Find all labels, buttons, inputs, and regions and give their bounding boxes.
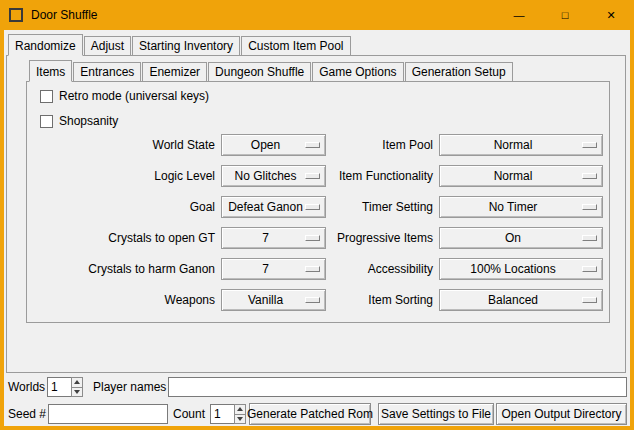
item-pool-value: Normal bbox=[494, 138, 533, 152]
door-shuffle-window: Door Shuffle — □ ✕ Randomize Adjust Star… bbox=[0, 0, 634, 430]
item-sorting-dropdown[interactable]: Balanced bbox=[439, 289, 603, 311]
logic-level-label: Logic Level bbox=[27, 165, 215, 187]
progressive-items-dropdown[interactable]: On bbox=[439, 227, 603, 249]
accessibility-label: Accessibility bbox=[247, 258, 433, 280]
option-row: World State Open Item Pool Normal bbox=[27, 134, 611, 156]
tab-adjust[interactable]: Adjust bbox=[84, 36, 131, 55]
minimize-button[interactable]: — bbox=[496, 0, 542, 30]
count-label: Count bbox=[173, 404, 205, 424]
tab-generation-setup[interactable]: Generation Setup bbox=[405, 62, 513, 81]
weapons-label: Weapons bbox=[27, 289, 215, 311]
worlds-label: Worlds bbox=[8, 377, 45, 397]
item-pool-label: Item Pool bbox=[247, 134, 433, 156]
worlds-input[interactable] bbox=[47, 377, 71, 397]
down-arrow-icon bbox=[237, 417, 243, 421]
worlds-decrement-button[interactable] bbox=[71, 388, 83, 398]
option-row: Crystals to harm Ganon 7 Accessibility 1… bbox=[27, 258, 611, 280]
accessibility-dropdown[interactable]: 100% Locations bbox=[439, 258, 603, 280]
count-spinbox bbox=[210, 404, 246, 424]
timer-setting-value: No Timer bbox=[489, 200, 538, 214]
window-title: Door Shuffle bbox=[31, 8, 98, 22]
item-sorting-value: Balanced bbox=[488, 293, 538, 307]
tab-randomize[interactable]: Randomize bbox=[8, 34, 83, 56]
dropdown-indicator-icon bbox=[582, 297, 597, 303]
option-row: Weapons Vanilla Item Sorting Balanced bbox=[27, 289, 611, 311]
count-input[interactable] bbox=[210, 404, 234, 424]
progressive-items-label: Progressive Items bbox=[247, 227, 433, 249]
item-sorting-label: Item Sorting bbox=[247, 289, 433, 311]
item-functionality-value: Normal bbox=[494, 169, 533, 183]
window-content: Randomize Adjust Starting Inventory Cust… bbox=[4, 30, 630, 426]
timer-setting-label: Timer Setting bbox=[247, 196, 433, 218]
sub-tab-bar: Items Entrances Enemizer Dungeon Shuffle… bbox=[29, 59, 514, 81]
option-row: Goal Defeat Ganon Timer Setting No Timer bbox=[27, 196, 611, 218]
goal-label: Goal bbox=[27, 196, 215, 218]
option-row: Crystals to open GT 7 Progressive Items … bbox=[27, 227, 611, 249]
crystals-ganon-label: Crystals to harm Ganon bbox=[27, 258, 215, 280]
dropdown-indicator-icon bbox=[582, 204, 597, 210]
app-icon bbox=[9, 8, 23, 22]
item-functionality-label: Item Functionality bbox=[247, 165, 433, 187]
items-pane: Retro mode (universal keys) Shopsanity W… bbox=[26, 81, 610, 323]
window-controls: — □ ✕ bbox=[496, 0, 634, 30]
worlds-increment-button[interactable] bbox=[71, 377, 83, 388]
shopsanity-checkbox[interactable] bbox=[40, 115, 53, 128]
crystals-gt-label: Crystals to open GT bbox=[27, 227, 215, 249]
tab-entrances[interactable]: Entrances bbox=[73, 62, 141, 81]
seed-input[interactable] bbox=[48, 404, 168, 424]
maximize-button[interactable]: □ bbox=[542, 0, 588, 30]
main-tab-bar: Randomize Adjust Starting Inventory Cust… bbox=[8, 33, 352, 55]
tab-starting-inventory[interactable]: Starting Inventory bbox=[132, 36, 240, 55]
player-names-input[interactable] bbox=[168, 377, 627, 397]
save-settings-button[interactable]: Save Settings to File bbox=[378, 403, 494, 425]
down-arrow-icon bbox=[74, 390, 80, 394]
item-functionality-dropdown[interactable]: Normal bbox=[439, 165, 603, 187]
tab-dungeon-shuffle[interactable]: Dungeon Shuffle bbox=[208, 62, 311, 81]
worlds-spin-buttons bbox=[71, 377, 83, 397]
player-names-label: Player names bbox=[93, 377, 166, 397]
accessibility-value: 100% Locations bbox=[470, 262, 555, 276]
randomize-pane: Items Entrances Enemizer Dungeon Shuffle… bbox=[6, 55, 626, 373]
up-arrow-icon bbox=[74, 380, 80, 384]
worlds-spinbox bbox=[47, 377, 83, 397]
count-spin-buttons bbox=[234, 404, 246, 424]
world-state-label: World State bbox=[27, 134, 215, 156]
tab-game-options[interactable]: Game Options bbox=[312, 62, 403, 81]
dropdown-indicator-icon bbox=[582, 235, 597, 241]
tab-items[interactable]: Items bbox=[29, 60, 72, 82]
generate-patched-rom-button[interactable]: Generate Patched Rom bbox=[249, 403, 371, 425]
progressive-items-value: On bbox=[505, 231, 521, 245]
dropdown-indicator-icon bbox=[582, 142, 597, 148]
tab-custom-item-pool[interactable]: Custom Item Pool bbox=[241, 36, 350, 55]
option-row: Logic Level No Glitches Item Functionali… bbox=[27, 165, 611, 187]
count-increment-button[interactable] bbox=[234, 404, 246, 415]
titlebar[interactable]: Door Shuffle — □ ✕ bbox=[0, 0, 634, 30]
timer-setting-dropdown[interactable]: No Timer bbox=[439, 196, 603, 218]
count-decrement-button[interactable] bbox=[234, 415, 246, 425]
retro-mode-checkbox[interactable] bbox=[40, 90, 53, 103]
open-output-directory-button[interactable]: Open Output Directory bbox=[496, 403, 627, 425]
close-button[interactable]: ✕ bbox=[588, 0, 634, 30]
seed-label: Seed # bbox=[8, 404, 46, 424]
item-pool-dropdown[interactable]: Normal bbox=[439, 134, 603, 156]
tab-enemizer[interactable]: Enemizer bbox=[142, 62, 207, 81]
retro-mode-label: Retro mode (universal keys) bbox=[59, 89, 209, 104]
dropdown-indicator-icon bbox=[582, 266, 597, 272]
shopsanity-label: Shopsanity bbox=[59, 114, 118, 129]
up-arrow-icon bbox=[237, 407, 243, 411]
dropdown-indicator-icon bbox=[582, 173, 597, 179]
